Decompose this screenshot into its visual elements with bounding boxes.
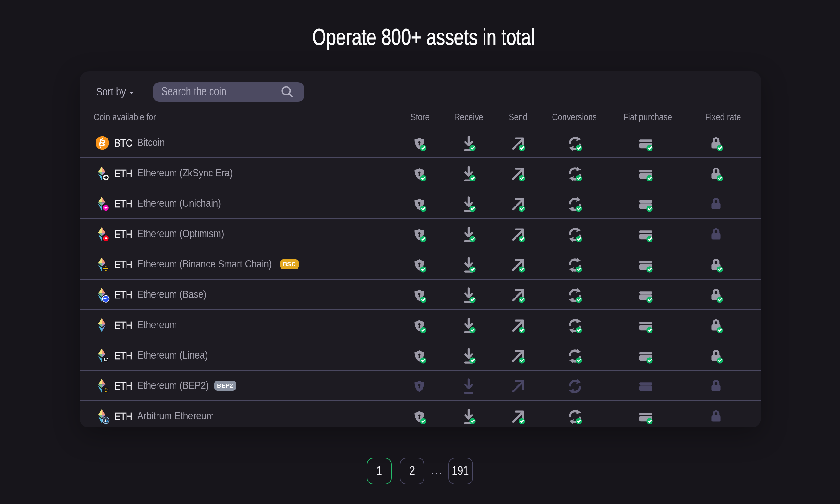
svg-text:OP: OP — [103, 236, 108, 240]
